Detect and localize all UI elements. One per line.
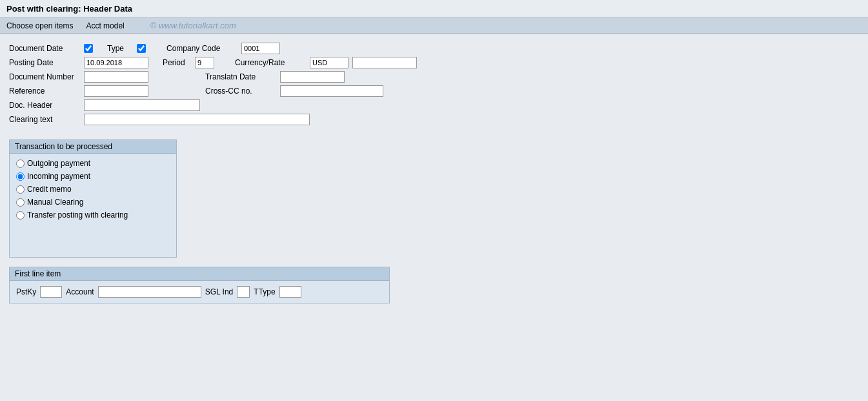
clearing-text-input[interactable]	[84, 114, 310, 125]
radio-outgoing-payment: Outgoing payment	[16, 159, 170, 168]
translatn-date-label: Translatn Date	[205, 72, 276, 81]
currency-input[interactable]	[310, 57, 348, 68]
reference-input[interactable]	[84, 85, 148, 97]
currency-rate-group: Currency/Rate	[235, 57, 417, 68]
document-number-input[interactable]	[84, 71, 148, 83]
radio-transfer-posting-input[interactable]	[16, 211, 25, 220]
radio-outgoing-payment-label: Outgoing payment	[27, 159, 90, 168]
document-date-checkbox[interactable]	[84, 44, 93, 53]
clearing-text-group: Clearing text	[9, 114, 310, 125]
period-input[interactable]	[195, 57, 214, 68]
transaction-panel: Transaction to be processed Outgoing pay…	[9, 139, 177, 258]
currency-rate-label: Currency/Rate	[235, 58, 306, 67]
sgl-ind-input[interactable]	[237, 286, 250, 298]
transaction-panel-body: Outgoing payment Incoming payment Credit…	[10, 154, 176, 257]
menu-item-acct-model[interactable]: Acct model	[86, 21, 124, 30]
form-row-2: Posting Date Period Currency/Rate	[9, 57, 859, 68]
cross-cc-group: Cross-CC no.	[205, 85, 383, 97]
document-date-group: Document Date	[9, 44, 93, 53]
form-row-4: Reference Cross-CC no.	[9, 85, 859, 97]
page-title: Post with clearing: Header Data	[6, 4, 132, 14]
translatn-date-group: Translatn Date	[205, 71, 345, 83]
cross-cc-label: Cross-CC no.	[205, 87, 276, 96]
doc-header-group: Doc. Header	[9, 99, 200, 111]
company-code-group: Company Code	[167, 43, 280, 54]
radio-manual-clearing-label: Manual Clearing	[27, 198, 83, 207]
form-row-6: Clearing text	[9, 114, 859, 125]
translatn-date-input[interactable]	[280, 71, 345, 83]
period-group: Period	[163, 57, 214, 68]
sgl-ind-label: SGL Ind	[205, 287, 234, 296]
doc-header-label: Doc. Header	[9, 101, 80, 110]
type-group: Type	[107, 44, 146, 53]
form-row-5: Doc. Header	[9, 99, 859, 111]
transaction-panel-header: Transaction to be processed	[10, 140, 176, 154]
main-content: Document Date Type Company Code Posting …	[0, 34, 868, 401]
posting-date-input[interactable]	[84, 57, 148, 68]
document-date-label: Document Date	[9, 44, 80, 53]
radio-manual-clearing-input[interactable]	[16, 198, 25, 207]
first-line-panel: First line item PstKy Account SGL Ind TT…	[9, 267, 390, 303]
form-row-3: Document Number Translatn Date	[9, 71, 859, 83]
radio-transfer-posting: Transfer posting with clearing	[16, 211, 170, 220]
posting-date-label: Posting Date	[9, 58, 80, 67]
radio-outgoing-payment-input[interactable]	[16, 159, 25, 168]
document-number-group: Document Number	[9, 71, 148, 83]
period-label: Period	[163, 58, 191, 67]
radio-incoming-payment: Incoming payment	[16, 172, 170, 181]
pstky-label: PstKy	[16, 287, 36, 296]
account-input[interactable]	[98, 286, 201, 298]
reference-group: Reference	[9, 85, 148, 97]
radio-credit-memo-input[interactable]	[16, 185, 25, 194]
cross-cc-input[interactable]	[280, 85, 383, 97]
radio-manual-clearing: Manual Clearing	[16, 198, 170, 207]
title-bar: Post with clearing: Header Data	[0, 0, 868, 18]
document-number-label: Document Number	[9, 72, 80, 81]
type-checkbox[interactable]	[137, 44, 146, 53]
form-row-1: Document Date Type Company Code	[9, 43, 859, 54]
form-section: Document Date Type Company Code Posting …	[9, 40, 859, 130]
currency-rate-input[interactable]	[352, 57, 417, 68]
pstky-input[interactable]	[40, 286, 62, 298]
doc-header-input[interactable]	[84, 99, 200, 111]
radio-credit-memo-label: Credit memo	[27, 185, 72, 194]
ttype-input[interactable]	[279, 286, 301, 298]
clearing-text-label: Clearing text	[9, 115, 80, 124]
posting-date-group: Posting Date	[9, 57, 148, 68]
radio-credit-memo: Credit memo	[16, 185, 170, 194]
first-line-body: PstKy Account SGL Ind TType	[10, 281, 389, 303]
radio-incoming-payment-label: Incoming payment	[27, 172, 90, 181]
ttype-label: TType	[254, 287, 275, 296]
watermark: © www.tutorialkart.com	[150, 21, 236, 30]
radio-transfer-posting-label: Transfer posting with clearing	[27, 211, 128, 220]
reference-label: Reference	[9, 87, 80, 96]
radio-incoming-payment-input[interactable]	[16, 172, 25, 181]
menu-item-choose-open-items[interactable]: Choose open items	[6, 21, 73, 30]
menu-bar: Choose open items Acct model © www.tutor…	[0, 18, 868, 34]
type-label: Type	[107, 44, 133, 53]
company-code-label: Company Code	[167, 44, 237, 53]
first-line-panel-header: First line item	[10, 267, 389, 281]
account-label: Account	[66, 287, 94, 296]
company-code-input[interactable]	[241, 43, 280, 54]
